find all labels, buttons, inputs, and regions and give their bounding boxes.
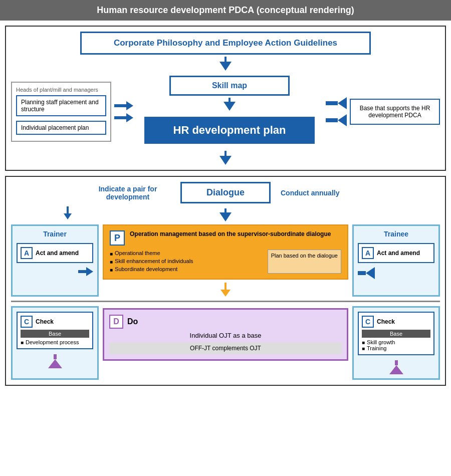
h-arrow-tip2 <box>126 113 133 122</box>
trainee-act-label: Act and amend <box>377 250 420 257</box>
d-section: D Do Individual OJT as a base OFF-JT com… <box>103 308 348 361</box>
indicate-arrowhead <box>64 213 72 219</box>
middle-row: Heads of plant/mill and managers Plannin… <box>11 76 440 148</box>
skill-map-box: Skill map <box>169 76 290 96</box>
dialogue-row: Indicate a pair for development Dialogue… <box>11 182 440 203</box>
hr-plan-text: HR development plan <box>173 124 286 136</box>
p-list: Operational theme Skill enhancement of i… <box>110 250 265 274</box>
left-item2: Individual placement plan <box>16 121 106 135</box>
corporate-box: Corporate Philosophy and Employee Action… <box>80 32 371 55</box>
h-arrow-shaft2 <box>114 116 126 119</box>
arrow-head3 <box>219 156 232 165</box>
thick-tip2 <box>338 114 347 126</box>
trainee-arrow-shaft <box>358 271 366 275</box>
trainer-purple-up <box>48 354 62 368</box>
center-group: Skill map HR development plan <box>136 76 323 148</box>
trainee-purple-up <box>389 360 403 374</box>
trainee-arrow-tip <box>366 267 375 279</box>
trainer-arrow <box>78 267 93 276</box>
trainee-act-header: A Act and amend <box>362 247 430 259</box>
thick-arrow-2 <box>326 114 347 126</box>
dialogue-text: Dialogue <box>206 187 245 197</box>
trainer-arrow-tip <box>86 267 93 276</box>
arrow-head1 <box>219 62 232 71</box>
trainer-label: Trainer <box>17 230 93 238</box>
trainee-panel: Trainee A Act and amend <box>352 224 440 297</box>
trainee-act-block: A Act and amend <box>358 243 434 263</box>
trainee-purple-head <box>389 365 403 374</box>
right-panel-text: Base that supports the HR development PD… <box>360 105 430 119</box>
thick-arrow-1 <box>326 97 347 109</box>
p-to-d-arrow <box>220 283 231 297</box>
h-arrow-2 <box>114 113 133 122</box>
d-off-jt: OFF-JT complements OJT <box>109 342 342 354</box>
arrow-line2 <box>229 98 231 102</box>
indicate-text: Indicate a pair for development <box>85 185 170 201</box>
trainee-lower-panel: C Check Base Skill growth Training <box>352 306 440 380</box>
trainee-base-item2: Training <box>362 345 430 351</box>
hr-plan-box: HR development plan <box>144 117 315 144</box>
plan-badge: Plan based on the dialogue <box>268 250 341 274</box>
trainee-base-item1: Skill growth <box>362 339 430 345</box>
h-arrow-tip1 <box>126 101 133 110</box>
thick-shaft1 <box>326 101 338 105</box>
trainee-a-letter: A <box>362 247 374 259</box>
trainer-panel: Trainer A Act and amend <box>11 224 99 297</box>
header-bar: Human resource development PDCA (concept… <box>0 0 451 21</box>
three-col-upper: Trainer A Act and amend <box>11 224 440 297</box>
trainee-check-block: C Check Base Skill growth Training <box>358 312 434 355</box>
trainer-lower-panel: C Check Base Development process <box>11 306 99 380</box>
d-title: Do <box>127 317 138 326</box>
orange-shaft <box>224 283 227 290</box>
left-item1: Planning staff placement and structure <box>16 95 106 116</box>
trainer-arrow-shaft <box>78 270 86 273</box>
dialogue-box: Dialogue <box>180 182 271 203</box>
right-arrows <box>326 97 347 126</box>
trainer-a-letter: A <box>21 247 33 259</box>
main-container: Human resource development PDCA (concept… <box>0 0 451 386</box>
center-lower: D Do Individual OJT as a base OFF-JT com… <box>103 306 348 380</box>
trainee-arrow <box>358 267 375 279</box>
left-panel: Heads of plant/mill and managers Plannin… <box>11 82 111 142</box>
h-arrow-shaft1 <box>114 104 126 107</box>
trainer-c-letter: C <box>21 316 33 328</box>
three-col-lower: C Check Base Development process <box>11 306 440 380</box>
arrow-head2 <box>223 102 236 111</box>
p-item-3: Subordinate development <box>110 266 265 274</box>
skill-map-text: Skill map <box>212 81 247 90</box>
trainer-base-bar: Base <box>21 330 89 338</box>
right-panel: Base that supports the HR development PD… <box>350 99 440 125</box>
d-header: D Do <box>109 315 342 329</box>
thick-shaft2 <box>326 118 338 122</box>
p-item-2: Skill enhancement of individuals <box>110 258 265 266</box>
center-arrow-down <box>223 98 236 111</box>
trainee-c-letter: C <box>362 316 374 328</box>
hr-to-dialogue-arrow <box>219 151 232 165</box>
arrow-line3 <box>224 151 227 156</box>
dlg-shaft <box>224 208 227 212</box>
trainer-act-block: A Act and amend <box>17 243 93 263</box>
center-panel: P Operation management based on the supe… <box>103 224 348 297</box>
indicate-shaft <box>67 206 69 213</box>
trainee-check-header: C Check <box>362 316 430 328</box>
trainer-check-label: Check <box>36 318 54 325</box>
header-title: Human resource development PDCA (concept… <box>97 5 354 15</box>
conduct-text: Conduct annually <box>281 189 366 197</box>
bottom-section: Indicate a pair for development Dialogue… <box>5 176 446 386</box>
indicate-arrow <box>64 206 72 219</box>
trainee-label: Trainee <box>358 230 434 238</box>
h-arrow-1 <box>114 101 133 110</box>
p-content: Operational theme Skill enhancement of i… <box>110 250 341 274</box>
d-letter: D <box>109 315 123 329</box>
trainee-base-bar: Base <box>362 330 430 338</box>
p-box: P Operation management based on the supe… <box>103 224 348 280</box>
p-item-1: Operational theme <box>110 250 265 258</box>
trainee-from-center-arrow <box>358 267 434 279</box>
p-header: P Operation management based on the supe… <box>110 230 341 246</box>
trainer-base-item1: Development process <box>21 339 89 345</box>
dlg-head <box>219 212 232 221</box>
orange-head <box>220 290 231 297</box>
top-section: Corporate Philosophy and Employee Action… <box>5 26 446 171</box>
left-arrows <box>114 101 133 122</box>
thick-tip1 <box>338 97 347 109</box>
